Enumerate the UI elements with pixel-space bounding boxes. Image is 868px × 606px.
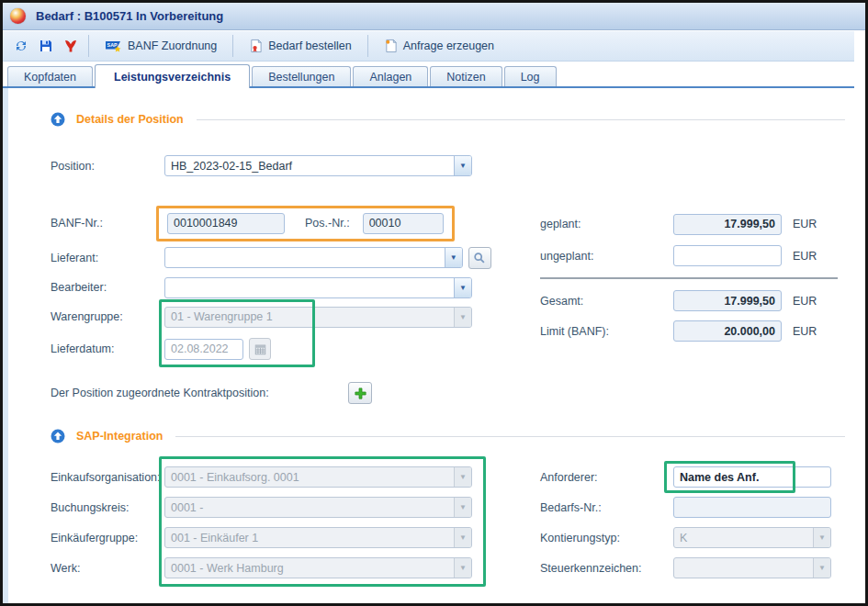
application-window: Bedarf : B100571 In Vorbereitung — [0, 0, 868, 606]
details-section-body: Position: HB_2023-02-15_Bedarf ▼ BANF-Nr… — [8, 127, 854, 407]
einkaufsorganisation-select: 0001 - Einkaufsorg. 0001 ▼ — [164, 466, 472, 488]
calendar-button — [249, 338, 271, 360]
section-rule — [197, 119, 845, 120]
chevron-down-icon: ▼ — [454, 308, 471, 327]
title-bar: Bedarf : B100571 In Vorbereitung — [3, 3, 865, 30]
bearbeiter-value — [165, 278, 454, 297]
lieferant-label: Lieferant: — [51, 252, 164, 264]
pos-nr-input — [363, 213, 444, 234]
warengruppe-value: 01 - Warengruppe 1 — [165, 308, 454, 327]
bedarfs-nr-row: Bedarfs-Nr.: — [540, 492, 854, 522]
buchungskreis-row: Buchungskreis: 0001 - ▼ — [51, 492, 491, 522]
lieferdatum-label: Lieferdatum: — [51, 342, 164, 355]
einkaeufergruppe-label: Einkäufergruppe: — [51, 532, 164, 544]
bearbeiter-select[interactable]: ▼ — [164, 277, 472, 298]
chevron-down-icon: ▼ — [813, 528, 830, 547]
lieferant-select[interactable]: ▼ — [164, 247, 463, 268]
steuerkennzeichen-value — [674, 558, 813, 578]
position-value: HB_2023-02-15_Bedarf — [165, 156, 454, 175]
position-select[interactable]: HB_2023-02-15_Bedarf ▼ — [164, 155, 472, 176]
section-rule — [175, 436, 845, 437]
lieferant-value — [165, 248, 445, 267]
kontierungstyp-label: Kontierungstyp: — [540, 532, 673, 544]
banf-zuordnung-label: BANF Zuordnung — [128, 39, 217, 52]
lieferant-row: Lieferant: ▼ — [51, 242, 491, 273]
warengruppe-lieferdatum-group: Warengruppe: 01 - Warengruppe 1 ▼ Liefer… — [51, 302, 491, 366]
toolbar-separator — [232, 35, 233, 57]
geplant-input — [673, 214, 782, 235]
limit-banf-currency: EUR — [793, 325, 817, 338]
position-row: Position: HB_2023-02-15_Bedarf ▼ — [51, 151, 491, 181]
geplant-row: geplant: EUR — [540, 208, 854, 241]
werk-select: 0001 - Werk Hamburg ▼ — [164, 557, 472, 578]
tab-content-leistungsverzeichnis: Details der Position Position: HB_2023-0… — [3, 88, 854, 603]
chevron-down-icon: ▼ — [454, 528, 471, 547]
anforderer-group — [673, 466, 831, 488]
position-label: Position: — [51, 160, 164, 173]
tab-leistungsverzeichnis[interactable]: Leistungsverzeichnis — [95, 64, 250, 88]
ungeplant-row: ungeplant: EUR — [540, 241, 854, 271]
sap-left-group: Einkaufsorganisation: 0001 - Einkaufsorg… — [51, 462, 491, 583]
refresh-icon — [14, 39, 28, 53]
tab-anlagen[interactable]: Anlagen — [353, 66, 428, 86]
search-icon — [473, 252, 486, 264]
buchungskreis-value: 0001 - — [165, 498, 454, 517]
lieferant-search-button[interactable] — [468, 247, 491, 269]
ungeplant-label: ungeplant: — [540, 250, 673, 263]
kontraktposition-row: Der Position zugeordnete Kontraktpositio… — [51, 379, 491, 407]
collapse-section-icon[interactable] — [51, 112, 65, 127]
refresh-button[interactable] — [8, 35, 33, 58]
einkaufsorganisation-value: 0001 - Einkaufsorg. 0001 — [165, 467, 454, 487]
tab-strip: Kopfdaten Leistungsverzeichnis Bestellun… — [3, 62, 854, 88]
lieferdatum-input — [164, 339, 243, 360]
bearbeiter-label: Bearbeiter: — [51, 281, 164, 294]
einkaufsorganisation-row: Einkaufsorganisation: 0001 - Einkaufsorg… — [51, 462, 491, 492]
tab-bestellungen[interactable]: Bestellungen — [252, 66, 351, 86]
geplant-label: geplant: — [540, 218, 673, 230]
save-icon — [39, 39, 53, 53]
steuerkennzeichen-select: ▼ — [673, 557, 831, 578]
banf-zuordnung-button[interactable]: SAP BANF Zuordnung — [95, 34, 227, 58]
window-title: Bedarf : B100571 In Vorbereitung — [36, 9, 223, 23]
banf-highlight-box: Pos.-Nr.: — [156, 206, 455, 241]
banf-nr-input — [167, 213, 285, 234]
anforderer-input[interactable] — [673, 466, 831, 488]
pos-nr-label: Pos.-Nr.: — [305, 217, 350, 230]
section-title-details: Details der Position — [76, 113, 184, 126]
bedarf-bestellen-label: Bedarf bestellen — [268, 39, 351, 52]
ungeplant-input[interactable] — [673, 245, 782, 266]
anforderer-label: Anforderer: — [540, 471, 673, 484]
gesamt-currency: EUR — [793, 295, 817, 308]
tab-notizen[interactable]: Notizen — [430, 66, 502, 86]
buchungskreis-label: Buchungskreis: — [51, 501, 164, 514]
section-header-sap: SAP-Integration — [51, 429, 845, 443]
chevron-down-icon: ▼ — [454, 498, 471, 517]
collapse-section-icon[interactable] — [51, 429, 65, 443]
buchungskreis-select: 0001 - ▼ — [164, 497, 472, 518]
steuerkennzeichen-label: Steuerkennzeichen: — [540, 562, 673, 575]
banf-row: BANF-Nr.: Pos.-Nr.: — [51, 204, 491, 242]
werk-row: Werk: 0001 - Werk Hamburg ▼ — [51, 553, 491, 583]
werk-value: 0001 - Werk Hamburg — [165, 558, 454, 578]
limit-banf-input — [673, 320, 782, 342]
sap-section-body: Einkaufsorganisation: 0001 - Einkaufsorg… — [8, 462, 854, 583]
tab-log[interactable]: Log — [504, 66, 557, 86]
tab-kopfdaten[interactable]: Kopfdaten — [7, 66, 93, 86]
einkaeufergruppe-value: 001 - Einkäufer 1 — [165, 528, 454, 547]
pdf-export-button[interactable] — [58, 35, 83, 58]
kontraktposition-label: Der Position zugeordnete Kontraktpositio… — [51, 387, 348, 399]
bedarf-bestellen-button[interactable]: Bedarf bestellen — [239, 34, 361, 58]
pdf-icon — [63, 39, 78, 53]
add-kontraktposition-button[interactable] — [348, 382, 372, 404]
gesamt-label: Gesamt: — [540, 295, 673, 308]
warengruppe-select: 01 - Warengruppe 1 ▼ — [164, 307, 472, 328]
save-button[interactable] — [33, 35, 58, 58]
anfrage-erzeugen-button[interactable]: Anfrage erzeugen — [374, 34, 504, 58]
einkaeufergruppe-row: Einkäufergruppe: 001 - Einkäufer 1 ▼ — [51, 522, 491, 553]
document-new-icon — [384, 39, 398, 53]
ungeplant-currency: EUR — [793, 250, 817, 263]
calendar-icon — [254, 343, 266, 355]
section-title-sap: SAP-Integration — [76, 430, 163, 443]
chevron-down-icon: ▼ — [454, 156, 471, 175]
app-logo-icon — [10, 8, 26, 24]
